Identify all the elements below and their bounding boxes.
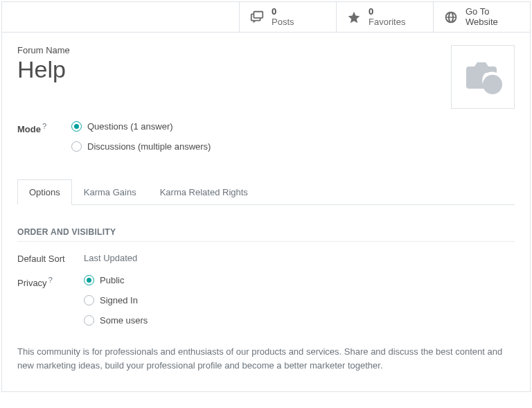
stat-website-line1: Go To [466,7,498,17]
privacy-option-some-users-label: Some users [100,315,148,326]
comments-icon [249,10,265,25]
stat-bar-spacer [2,2,239,32]
default-sort-label: Default Sort [17,253,84,264]
privacy-row: Privacy? Public Signed In Some users [17,275,515,326]
form-sheet: 0 Posts 0 Favorites Go To Website [1,1,531,392]
radio-icon [71,141,82,152]
section-order-visibility-heading: ORDER AND VISIBILITY [17,227,515,242]
privacy-label-text: Privacy [17,278,47,288]
mode-option-questions-label: Questions (1 answer) [87,121,173,132]
mode-option-discussions[interactable]: Discussions (multiple answers) [71,141,211,152]
stat-posts-label: Posts [272,17,294,28]
title-field-label: Forum Name [17,45,451,55]
stat-posts-count: 0 [272,7,294,17]
mode-label: Mode? [17,121,71,134]
mode-label-text: Mode [17,124,41,134]
radio-icon [84,315,94,326]
stat-posts-text: 0 Posts [272,7,294,28]
privacy-label: Privacy? [17,275,84,288]
camera-plus-icon [461,54,505,100]
mode-help-icon[interactable]: ? [42,122,46,130]
forum-description[interactable]: This community is for professionals and … [17,345,515,372]
stat-favorites-count: 0 [369,7,405,17]
default-sort-value[interactable]: Last Updated [84,253,137,263]
radio-icon [84,295,94,305]
forum-name-input[interactable] [17,57,451,82]
image-upload-placeholder[interactable] [451,45,515,109]
globe-icon [443,10,459,25]
mode-radios: Questions (1 answer) Discussions (multip… [71,121,211,152]
default-sort-row: Default Sort Last Updated [17,253,515,264]
mode-option-questions[interactable]: Questions (1 answer) [71,121,211,132]
title-block: Forum Name [17,45,451,82]
mode-option-discussions-label: Discussions (multiple answers) [87,141,211,152]
privacy-option-signed-in-label: Signed In [100,295,138,305]
stat-favorites-text: 0 Favorites [369,7,405,28]
radio-icon [84,275,94,285]
radio-icon [71,121,82,132]
star-icon [346,10,362,25]
stat-favorites[interactable]: 0 Favorites [336,2,433,32]
form-body: Forum Name Mode? Questions (1 [2,33,530,391]
stat-posts[interactable]: 0 Posts [239,2,336,32]
tab-karma-gains[interactable]: Karma Gains [72,179,148,205]
privacy-option-some-users[interactable]: Some users [84,315,148,326]
stat-website-line2: Website [466,17,498,28]
privacy-option-signed-in[interactable]: Signed In [84,295,148,305]
stat-website-text: Go To Website [466,7,498,28]
privacy-radios: Public Signed In Some users [84,275,148,326]
privacy-help-icon[interactable]: ? [48,276,53,284]
tab-bar: Options Karma Gains Karma Related Rights [17,179,515,205]
stat-go-to-website[interactable]: Go To Website [433,2,530,32]
privacy-option-public[interactable]: Public [84,275,148,285]
header-row: Forum Name [17,45,515,109]
tab-karma-rights[interactable]: Karma Related Rights [148,179,260,205]
mode-row: Mode? Questions (1 answer) Discussions (… [17,121,515,152]
stat-bar: 0 Posts 0 Favorites Go To Website [2,2,530,33]
stat-favorites-label: Favorites [369,17,405,28]
tab-options[interactable]: Options [17,179,72,205]
privacy-option-public-label: Public [100,275,124,285]
